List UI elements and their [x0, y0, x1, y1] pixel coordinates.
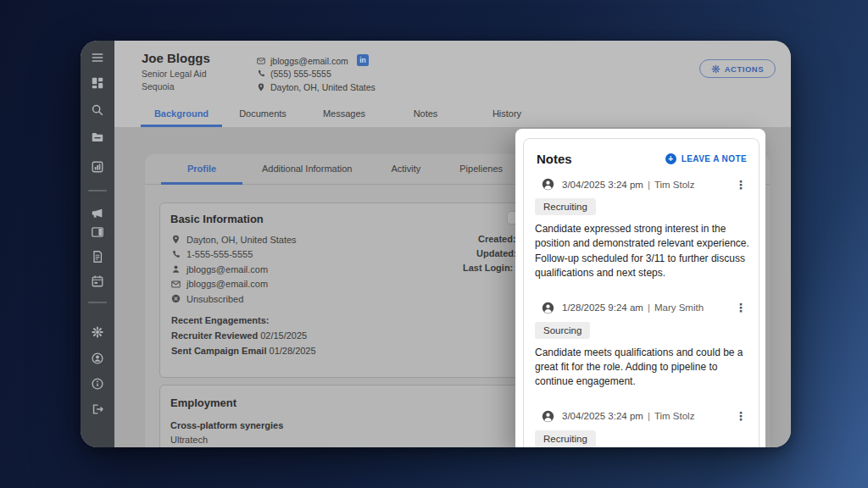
unsubscribed-icon	[171, 294, 181, 303]
sidebar	[81, 41, 114, 447]
recent-engagements: Recent Engagements: Recruiter Reviewed 0…	[171, 315, 316, 361]
basic-phone: 1-555-555-5555	[186, 249, 253, 259]
person-icon	[171, 264, 181, 274]
profile-header: Joe Bloggs Senior Legal Aid Sequoia jblo…	[114, 41, 791, 102]
location-icon	[257, 83, 265, 92]
note-timestamp: 3/04/2025 3:24 pm	[562, 411, 643, 421]
tab-background[interactable]: Background	[141, 102, 222, 127]
candidate-identity: Joe Bloggs Senior Legal Aid Sequoia	[142, 51, 210, 92]
note-body: Candidate expressed strong interest in t…	[535, 222, 749, 281]
note-timestamp: 1/28/2025 9:24 am	[562, 302, 643, 313]
analytics-icon[interactable]	[90, 159, 105, 175]
leave-a-note-label: LEAVE A NOTE	[682, 154, 747, 164]
folder-icon[interactable]	[90, 130, 105, 145]
engagement-row: Sent Campaign Email 01/28/2025	[171, 346, 316, 356]
plus-icon: +	[665, 153, 676, 164]
subtab-pipelines[interactable]: Pipelienes	[440, 154, 522, 185]
actions-label: ACTIONS	[725, 64, 764, 74]
basic-contact-name: jbloggs@email.com	[186, 264, 268, 274]
candidate-company: Sequoia	[142, 81, 210, 92]
header-email[interactable]: jbloggs@email.com	[270, 56, 348, 66]
note-item: 3/04/2025 3:24 pm | Tim Stolz ⋮ Recruiti…	[535, 178, 748, 281]
engagement-row: Recruiter Reviewed 02/15/2025	[171, 330, 316, 341]
info-icon[interactable]	[90, 376, 105, 391]
note-item: 1/28/2025 9:24 am | Mary Smith ⋮ Sourcin…	[535, 302, 748, 390]
account-icon[interactable]	[90, 351, 105, 366]
engagements-title: Recent Engagements:	[171, 315, 316, 325]
note-author: Mary Smith	[654, 302, 704, 313]
basic-location: Dayton, OH, United States	[186, 235, 297, 245]
logout-icon[interactable]	[90, 402, 105, 417]
note-author: Tim Stolz	[654, 411, 695, 421]
candidate-name: Joe Bloggs	[142, 51, 210, 65]
header-location: Dayton, OH, United States	[270, 82, 376, 92]
subtab-profile[interactable]: Profile	[161, 154, 242, 185]
dashboard-icon[interactable]	[90, 75, 105, 91]
mail-icon	[257, 57, 265, 65]
avatar-icon	[542, 410, 554, 423]
app-window: Joe Bloggs Senior Legal Aid Sequoia jblo…	[81, 41, 791, 447]
location-icon	[171, 235, 181, 244]
note-timestamp: 3/04/2025 3:24 pm	[562, 180, 643, 190]
main-tabs: Background Documents Messages Notes Hist…	[114, 102, 791, 127]
menu-icon[interactable]	[90, 50, 105, 65]
settings-icon[interactable]	[90, 324, 105, 340]
kebab-menu-icon[interactable]: ⋮	[735, 410, 747, 422]
candidate-job-title: Senior Legal Aid	[142, 69, 210, 79]
note-tag: Recruiting	[535, 430, 596, 447]
tab-messages[interactable]: Messages	[303, 102, 385, 127]
subscription-status: Unsubscribed	[186, 294, 243, 304]
subtab-additional-information[interactable]: Additional Information	[242, 154, 371, 185]
actions-button[interactable]: ACTIONS	[699, 59, 776, 78]
avatar-icon	[542, 302, 554, 314]
note-author: Tim Stolz	[654, 180, 695, 190]
note-tag: Recruiting	[535, 198, 596, 215]
linkedin-badge[interactable]: in	[357, 54, 369, 66]
mail-icon	[171, 280, 181, 289]
subtab-activity[interactable]: Activity	[371, 154, 440, 185]
leave-a-note-button[interactable]: + LEAVE A NOTE	[665, 153, 747, 164]
notes-card: Notes + LEAVE A NOTE 3/04/2025 3:24 pm |…	[523, 138, 760, 447]
megaphone-icon[interactable]	[90, 206, 105, 221]
note-tag: Sourcing	[535, 322, 590, 339]
tab-notes[interactable]: Notes	[385, 102, 466, 127]
search-icon[interactable]	[90, 103, 105, 118]
phone-icon	[171, 250, 181, 259]
document-icon[interactable]	[90, 249, 105, 264]
tab-documents[interactable]: Documents	[222, 102, 303, 127]
notes-popover: Notes + LEAVE A NOTE 3/04/2025 3:24 pm |…	[515, 129, 765, 447]
phone-icon	[257, 69, 265, 78]
layout-icon[interactable]	[90, 225, 105, 240]
note-item: 3/04/2025 3:24 pm | Tim Stolz ⋮ Recruiti…	[535, 410, 748, 447]
calendar-icon[interactable]	[90, 274, 105, 289]
sidebar-divider	[88, 302, 107, 303]
gear-icon	[711, 64, 721, 74]
note-body: Candidate meets qualifications and could…	[535, 346, 749, 390]
kebab-menu-icon[interactable]: ⋮	[735, 302, 747, 313]
tab-history[interactable]: History	[466, 102, 548, 127]
avatar-icon	[542, 178, 554, 191]
notes-title: Notes	[537, 152, 572, 166]
basic-email: jbloggs@email.com	[186, 279, 268, 289]
sidebar-divider	[88, 190, 107, 191]
kebab-menu-icon[interactable]: ⋮	[735, 179, 747, 191]
header-phone: (555) 555-5555	[270, 69, 331, 79]
